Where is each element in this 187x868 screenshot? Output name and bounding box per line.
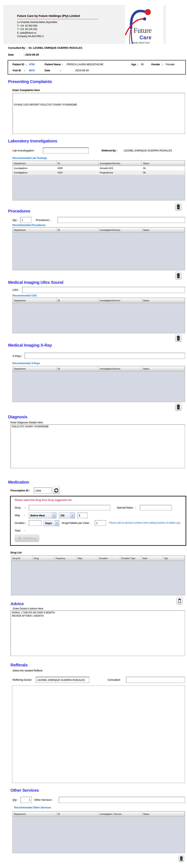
cell-department: Investigations — [13, 170, 56, 175]
column-header: Investigation / Service — [99, 812, 142, 817]
recommended-uss-link[interactable]: Recommended USS — [12, 294, 37, 297]
column-header: ID — [56, 161, 99, 166]
referring-doctor-input[interactable] — [36, 677, 89, 683]
diagnosis-textarea[interactable]: POLICYST OVARY SYNDROME — [10, 424, 185, 468]
cell-service: Progesterone — [99, 170, 142, 175]
lab-table-row[interactable]: Investigations 6089 Estradiol (E2) Ok — [13, 166, 185, 170]
uss-table-empty-area — [13, 303, 185, 333]
add-drug-label: Add Drug — [23, 537, 36, 540]
way-selected-value: Before Meal — [30, 514, 45, 517]
column-header: Investigation/Service — [99, 161, 142, 166]
other-table-empty-area — [13, 817, 185, 853]
clear-lab-button[interactable]: ↻ — [175, 203, 182, 211]
consultation-page: Future Care by Future Holdings (Pty) Lim… — [0, 0, 187, 868]
advice-textarea[interactable]: OVRAL 1 TAB PO OD DOR 3 MONTH REVEW AFTH… — [10, 611, 185, 656]
procedures-input[interactable] — [58, 217, 185, 223]
drug-input[interactable] — [29, 505, 110, 510]
column-header: Status — [142, 812, 185, 817]
gender-label: Gender : — [151, 63, 166, 66]
clear-uss-button[interactable]: ↻ — [175, 334, 182, 342]
recommended-xray-link[interactable]: Recommended X-Rays — [12, 362, 40, 365]
drug-entry-box: Please select the Drug from Drug suggess… — [10, 496, 186, 546]
column-header: Investigation/Service — [99, 227, 142, 232]
procedures-qty-label: Qty : — [12, 218, 18, 221]
xray-table: Department ID Investigation/Service Stat… — [12, 366, 185, 402]
logo-word-future: Future — [134, 27, 152, 35]
other-qty-label: Qty : — [12, 798, 18, 801]
duration-type-select[interactable]: Day/s ▼ — [44, 520, 59, 526]
recommended-lab-testings-link[interactable]: Recommended Lab Testings — [12, 156, 47, 159]
uss-table: Department ID Investigation/Service Stat… — [12, 298, 185, 333]
way-qty-input[interactable] — [77, 513, 87, 518]
consultant-input[interactable] — [126, 677, 185, 683]
referrals-subtitle: Select the needed Refferal — [12, 669, 42, 672]
xray-table-header-row: Department ID Investigation/Service Stat… — [13, 366, 185, 371]
way-select[interactable]: Before Meal ▼ — [29, 513, 57, 518]
way-label: Way : — [15, 514, 25, 517]
frequency-select[interactable]: OD ▼ — [59, 513, 75, 518]
prescription-id-input[interactable] — [34, 487, 51, 494]
lab-table-row[interactable]: Investigations 6152 Progesterone Ok — [13, 170, 185, 175]
other-services-input[interactable] — [59, 797, 185, 803]
logo-word-care: Care — [140, 35, 152, 40]
other-qty-input[interactable] — [21, 797, 32, 803]
svg-text:↻: ↻ — [181, 858, 182, 860]
referral-list-box[interactable] — [12, 686, 185, 783]
column-header: Duration — [98, 556, 120, 561]
per-meal-input[interactable] — [95, 520, 106, 526]
chevron-down-icon: ▼ — [55, 521, 59, 526]
refresh-prescription-button[interactable] — [53, 487, 60, 494]
consult-date-value: 2023-09-29 — [25, 53, 39, 56]
trash-icon: ↻ — [176, 404, 180, 410]
trash-icon: ↻ — [176, 336, 180, 341]
drug-table-empty-area — [11, 561, 185, 595]
plus-circle-icon — [18, 537, 22, 540]
clear-other-services-button[interactable]: ↻ — [179, 855, 184, 862]
cell-id: 6089 — [56, 166, 99, 170]
consulted-by-value: LEONEL ENRIQUE GUERRA ROSALES — [33, 46, 82, 49]
referring-doctor-label: Reffering Doctor — [12, 678, 32, 681]
column-header: Drug ID — [11, 556, 32, 561]
special-notes-input[interactable] — [140, 505, 172, 510]
column-header: Fequency — [54, 556, 76, 561]
lab-referred-by-label: Reffered By : — [102, 149, 117, 152]
xray-input[interactable] — [25, 353, 185, 359]
section-title-referrals: Refferals — [10, 662, 28, 668]
uss-input[interactable] — [22, 287, 185, 293]
column-header: ID — [56, 812, 99, 817]
duration-input[interactable] — [29, 520, 42, 526]
refresh-icon — [54, 488, 59, 493]
trash-icon: ↻ — [176, 204, 180, 210]
clear-procedures-button[interactable]: ↻ — [175, 272, 182, 280]
logo-heart-icon: ♥ — [143, 37, 144, 39]
address-line: Le Chainter,Victoria,Mahe,Seychelles — [17, 21, 57, 24]
xray-field-label: X-Rays : — [12, 354, 23, 358]
company-logo: Future Care ♥ Body Mind Soul — [125, 4, 163, 44]
lab-investigation-input[interactable] — [43, 148, 89, 153]
add-drug-button[interactable]: Add Drug — [15, 535, 39, 542]
cell-id: 6152 — [56, 170, 99, 175]
recommended-procedures-link[interactable]: Recommended Procedures — [12, 223, 45, 226]
section-title-diagnosis: Diagnosis — [8, 414, 27, 419]
patient-id-label: Patient ID : — [12, 63, 29, 66]
column-header: ID — [56, 227, 99, 232]
procedures-qty-input[interactable] — [20, 217, 31, 223]
column-header: Department — [13, 812, 56, 817]
address-line: E: jude@future.sc — [17, 31, 57, 35]
lab-table-empty-area — [13, 175, 185, 200]
lab-table: Department ID Investigation/Service Stat… — [12, 160, 185, 200]
age-label: Age : — [131, 63, 141, 66]
section-title-uss: Medical Imaging Ultra Sound — [8, 280, 63, 285]
duration-type-selected-value: Day/s — [45, 522, 52, 525]
cell-service: Estradiol (E2) — [99, 166, 142, 170]
visit-date-value: 2023-09-29 — [75, 69, 89, 72]
clear-advice-button[interactable] — [176, 597, 183, 604]
tablet-fraction-hint: Please add as decimal numbers when addin… — [109, 521, 185, 524]
recommended-other-services-link[interactable]: Recommended Other Services — [14, 806, 51, 809]
chevron-down-icon: ▼ — [71, 513, 74, 518]
column-header: Way — [76, 556, 98, 561]
svg-text:↻: ↻ — [178, 275, 179, 277]
clear-xray-button[interactable]: ↻ — [175, 403, 182, 411]
lab-referred-by-value: LEONEL ENRIQUE GUERRA ROSALES — [124, 149, 172, 152]
complaints-textarea[interactable]: GYNAE USS REPORT POLICYST OVARY SYNDROME — [12, 93, 185, 134]
